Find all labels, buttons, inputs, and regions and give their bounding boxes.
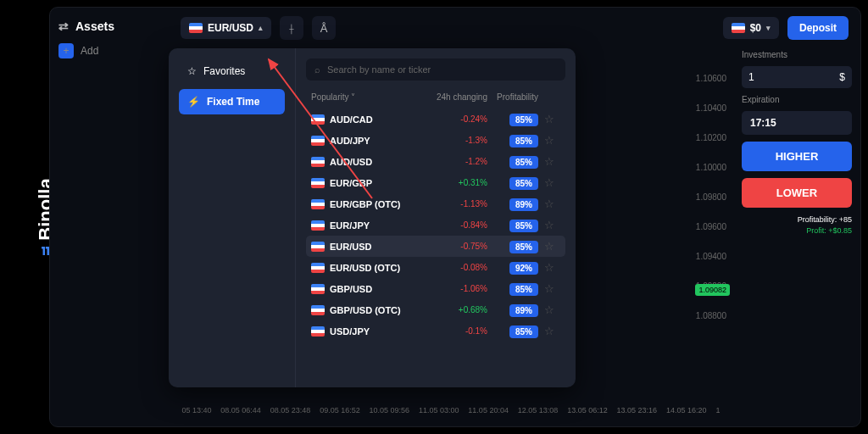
favorite-star[interactable]: ☆ xyxy=(538,198,560,210)
favorite-star[interactable]: ☆ xyxy=(538,155,560,168)
asset-name: AUD/CAD xyxy=(330,114,373,125)
asset-row[interactable]: GBP/USD (OTC)+0.68%89%☆ xyxy=(306,299,565,320)
higher-button[interactable]: HIGHER xyxy=(742,142,852,171)
col-change[interactable]: 24h changing xyxy=(420,92,487,102)
asset-name: GBP/USD (OTC) xyxy=(330,305,401,315)
favorite-star[interactable]: ☆ xyxy=(538,134,560,147)
asset-profit: 85% xyxy=(487,326,538,337)
asset-change: -0.1% xyxy=(420,326,487,336)
x-tick: 1 xyxy=(715,406,720,420)
asset-change: +0.68% xyxy=(420,305,487,314)
x-tick: 13.05 23:16 xyxy=(617,406,658,420)
x-tick: 11.05 20:04 xyxy=(468,406,509,420)
favorite-star[interactable]: ☆ xyxy=(538,113,560,125)
x-tick: 12.05 13:08 xyxy=(518,406,559,420)
chart-settings-button[interactable]: ⟊ xyxy=(280,16,303,40)
asset-row[interactable]: EUR/USD (OTC)-0.08%92%☆ xyxy=(306,257,565,278)
favorite-star[interactable]: ☆ xyxy=(538,176,560,189)
flag-icon xyxy=(311,305,325,315)
favorite-star[interactable]: ☆ xyxy=(538,325,560,337)
asset-rows: AUD/CAD-0.24%85%☆AUD/JPY-1.3%85%☆AUD/USD… xyxy=(306,108,565,342)
flag-icon xyxy=(311,242,325,252)
search-input[interactable]: ⌕ Search by name or ticker xyxy=(306,58,565,81)
asset-row[interactable]: USD/JPY-0.1%85%☆ xyxy=(306,320,565,342)
asset-row[interactable]: AUD/JPY-1.3%85%☆ xyxy=(306,130,565,151)
asset-name: USD/JPY xyxy=(330,326,370,337)
investments-label: Investments xyxy=(742,50,852,59)
flag-icon xyxy=(311,284,325,294)
asset-row[interactable]: GBP/USD-1.06%85%☆ xyxy=(306,278,565,299)
dropdown-list: ⌕ Search by name or ticker Popularity ˅ … xyxy=(296,48,576,387)
pair-selector-button[interactable]: EUR/USD ▴ xyxy=(181,17,271,39)
favorite-star[interactable]: ☆ xyxy=(538,240,560,253)
favorites-tab[interactable]: ☆ Favorites xyxy=(179,58,285,84)
asset-row[interactable]: EUR/JPY-0.84%85%☆ xyxy=(306,214,565,236)
assets-icon: ⇄ xyxy=(58,19,69,33)
flag-icon xyxy=(311,178,325,188)
asset-row[interactable]: EUR/GBP (OTC)-1.13%89%☆ xyxy=(306,193,565,214)
pair-label: EUR/USD xyxy=(208,22,253,34)
x-tick: 09.05 16:52 xyxy=(320,406,360,420)
deposit-button[interactable]: Deposit xyxy=(787,16,849,40)
asset-change: -1.06% xyxy=(420,284,487,293)
favorite-star[interactable]: ☆ xyxy=(538,303,560,316)
asset-profit: 89% xyxy=(487,199,538,209)
add-label: Add xyxy=(81,45,98,57)
y-tick: 1.09800 xyxy=(696,192,726,202)
balance-value: $0 xyxy=(750,22,761,34)
profitability-text: Profitability: +85 xyxy=(742,214,852,225)
asset-profit: 85% xyxy=(487,136,538,146)
x-tick: 10.05 09:56 xyxy=(370,406,410,420)
compass-icon: Å xyxy=(320,22,328,35)
favorites-label: Favorites xyxy=(203,65,245,77)
dropdown-categories: ☆ Favorites ⚡ Fixed Time xyxy=(169,48,296,387)
asset-profit: 85% xyxy=(487,284,538,294)
y-tick: 1.10000 xyxy=(696,163,726,172)
y-tick: 1.09600 xyxy=(696,222,726,231)
asset-profit: 85% xyxy=(487,114,538,125)
asset-row[interactable]: EUR/USD-0.75%85%☆ xyxy=(306,236,565,257)
flag-icon xyxy=(311,263,325,273)
balance-display[interactable]: $0 ▾ xyxy=(723,17,779,39)
y-tick: 1.09400 xyxy=(696,252,726,261)
flag-icon xyxy=(311,326,325,337)
flag-icon xyxy=(311,114,325,125)
lower-button[interactable]: LOWER xyxy=(742,178,852,208)
fixed-time-label: Fixed Time xyxy=(207,96,259,108)
investment-value: 1 xyxy=(748,71,754,83)
favorite-star[interactable]: ☆ xyxy=(538,261,560,274)
asset-row[interactable]: AUD/CAD-0.24%85%☆ xyxy=(306,108,565,130)
investment-input[interactable]: 1 $ xyxy=(742,66,852,88)
favorite-star[interactable]: ☆ xyxy=(538,282,560,295)
asset-change: -1.3% xyxy=(420,136,487,145)
indicators-button[interactable]: Å xyxy=(312,16,336,40)
app-window: ⇄ Assets + Add EUR/USD ▴ ⟊ Å $0 ▾ Deposi… xyxy=(49,7,861,427)
asset-name: EUR/JPY xyxy=(330,220,370,231)
asset-row[interactable]: EUR/GBP+0.31%85%☆ xyxy=(306,172,565,193)
asset-change: -1.2% xyxy=(420,157,487,166)
y-tick: 1.08800 xyxy=(696,311,726,320)
asset-profit: 89% xyxy=(487,305,538,315)
assets-title: Assets xyxy=(75,19,114,33)
favorite-star[interactable]: ☆ xyxy=(538,219,560,231)
asset-profit: 85% xyxy=(487,242,538,252)
col-profitability[interactable]: Profitability xyxy=(487,92,538,102)
expiration-input[interactable]: 17:15 xyxy=(742,111,852,135)
asset-dropdown: ☆ Favorites ⚡ Fixed Time ⌕ Search by nam… xyxy=(169,48,576,387)
col-popularity[interactable]: Popularity ˅ xyxy=(311,92,420,102)
bolt-icon: ⚡ xyxy=(187,96,200,108)
asset-row[interactable]: AUD/USD-1.2%85%☆ xyxy=(306,151,565,172)
asset-profit: 85% xyxy=(487,220,538,231)
search-placeholder: Search by name or ticker xyxy=(327,64,431,75)
asset-change: -1.13% xyxy=(420,199,487,209)
price-marker: 1.09082 xyxy=(695,284,730,296)
asset-change: -0.75% xyxy=(420,242,487,251)
asset-name: AUD/JPY xyxy=(330,136,370,146)
profit-info: Profitability: +85 Profit: +$0.85 xyxy=(742,214,852,236)
add-asset-button[interactable]: + Add xyxy=(58,43,160,58)
x-tick: 14.05 16:20 xyxy=(666,406,707,420)
plus-icon: + xyxy=(58,43,74,58)
fixed-time-tab[interactable]: ⚡ Fixed Time xyxy=(179,89,285,114)
y-axis: 1.106001.104001.102001.100001.098001.096… xyxy=(687,48,730,401)
asset-profit: 85% xyxy=(487,178,538,188)
